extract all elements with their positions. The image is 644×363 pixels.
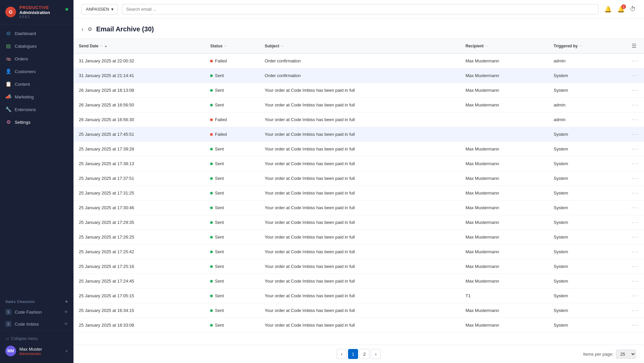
- sidebar-item-orders[interactable]: 🛍Orders: [0, 52, 73, 65]
- row-more-button[interactable]: ···: [632, 278, 639, 285]
- add-channel-icon[interactable]: +: [65, 299, 68, 305]
- cell-recipient: Max Mustermann: [460, 259, 548, 274]
- cell-status: Sent: [205, 245, 259, 259]
- row-more-button[interactable]: ···: [632, 175, 639, 182]
- notification-icon[interactable]: 🔔 1: [617, 6, 625, 13]
- table-row[interactable]: 25 January 2025 at 17:37:51 Sent Your or…: [73, 171, 644, 186]
- cell-triggered-by: System: [548, 142, 626, 156]
- email-archive-table: Send Date ··· ▲ Status ···: [73, 39, 644, 333]
- send-date-options[interactable]: ···: [100, 44, 103, 48]
- row-more-button[interactable]: ···: [632, 57, 639, 64]
- next-arrow-icon: ›: [375, 351, 377, 357]
- row-more-button[interactable]: ···: [632, 87, 639, 94]
- sidebar-item-settings[interactable]: ⚙Settings: [0, 116, 73, 128]
- channel-visibility-icon[interactable]: 👁: [64, 322, 68, 326]
- table-row[interactable]: 25 January 2025 at 17:45:51 Failed Your …: [73, 127, 644, 142]
- table-row[interactable]: 25 January 2025 at 17:25:42 Sent Your or…: [73, 245, 644, 259]
- row-more-button[interactable]: ···: [632, 204, 639, 211]
- cell-recipient: Max Mustermann: [460, 303, 548, 318]
- channel-code-imbiss[interactable]: SCode Imbiss👁: [0, 318, 73, 330]
- table-row[interactable]: 26 January 2025 at 16:56:50 Sent Your or…: [73, 98, 644, 112]
- cell-subject: Your order at Code Imbiss has been paid …: [260, 127, 460, 142]
- table-row[interactable]: 31 January 2025 at 22:00:32 Failed Order…: [73, 53, 644, 68]
- table-row[interactable]: 25 January 2025 at 17:26:25 Sent Your or…: [73, 230, 644, 245]
- collapse-menu-button[interactable]: ◁ Collapse menu: [5, 334, 68, 343]
- search-input[interactable]: [122, 4, 599, 14]
- channel-code-fashion[interactable]: SCode Fashion👁: [0, 306, 73, 318]
- cell-actions: ···: [626, 303, 644, 318]
- row-more-button[interactable]: ···: [632, 101, 639, 108]
- sidebar-item-dashboard[interactable]: ⊙Dashboard: [0, 27, 73, 40]
- table-row[interactable]: 25 January 2025 at 17:31:25 Sent Your or…: [73, 186, 644, 201]
- search-icon-button[interactable]: 🔔: [603, 4, 613, 15]
- prev-arrow-icon: ‹: [341, 351, 343, 357]
- user-area[interactable]: MM Max Muster Administrator ∧: [5, 343, 68, 359]
- page-2-button[interactable]: 2: [359, 349, 369, 359]
- row-more-button[interactable]: ···: [632, 322, 639, 329]
- table-row[interactable]: 25 January 2025 at 17:30:46 Sent Your or…: [73, 201, 644, 215]
- row-more-button[interactable]: ···: [632, 72, 639, 79]
- anpassen-button[interactable]: ANPASSEN ▾: [82, 4, 118, 14]
- settings-icon-button[interactable]: ⚙: [88, 26, 92, 32]
- row-more-button[interactable]: ···: [632, 263, 639, 270]
- table-row[interactable]: 25 January 2025 at 17:24:45 Sent Your or…: [73, 274, 644, 289]
- prev-page-button[interactable]: ‹: [337, 349, 347, 359]
- sidebar-item-extensions[interactable]: 🔧Extensions: [0, 103, 73, 116]
- sidebar-item-catalogues[interactable]: ▤Catalogues: [0, 40, 73, 52]
- cell-send-date: 26 January 2025 at 16:56:50: [73, 98, 205, 112]
- cell-send-date: 25 January 2025 at 16:34:15: [73, 303, 205, 318]
- row-more-button[interactable]: ···: [632, 190, 639, 197]
- cell-send-date: 25 January 2025 at 17:31:25: [73, 186, 205, 201]
- table-row[interactable]: 25 January 2025 at 17:25:16 Sent Your or…: [73, 259, 644, 274]
- row-more-button[interactable]: ···: [632, 292, 639, 299]
- row-more-button[interactable]: ···: [632, 116, 639, 123]
- table-row[interactable]: 31 January 2025 at 21:14:41 Sent Order c…: [73, 68, 644, 83]
- page-title: Email Archive (30): [96, 25, 154, 33]
- column-toggle-button[interactable]: ☰: [632, 43, 636, 49]
- row-more-button[interactable]: ···: [632, 145, 639, 152]
- status-text: Sent: [215, 161, 224, 166]
- channel-visibility-icon[interactable]: 👁: [64, 310, 68, 314]
- status-text: Sent: [215, 191, 224, 196]
- triggered-options[interactable]: ···: [579, 44, 582, 48]
- table-row[interactable]: 25 January 2025 at 17:05:15 Sent Your or…: [73, 289, 644, 303]
- table-row[interactable]: 25 January 2025 at 17:39:28 Sent Your or…: [73, 142, 644, 156]
- cell-triggered-by: admin: [548, 53, 626, 68]
- recipient-options[interactable]: ···: [485, 44, 488, 48]
- cell-recipient: Max Mustermann: [460, 98, 548, 112]
- row-more-button[interactable]: ···: [632, 160, 639, 167]
- back-button[interactable]: ‹: [82, 26, 84, 33]
- status-options[interactable]: ···: [224, 44, 227, 48]
- sidebar-item-customers[interactable]: 👤Customers: [0, 65, 73, 78]
- status-text: Sent: [215, 235, 224, 240]
- table-row[interactable]: 26 January 2025 at 16:56:30 Failed Your …: [73, 112, 644, 127]
- table-row[interactable]: 25 January 2025 at 17:38:13 Sent Your or…: [73, 156, 644, 171]
- row-more-button[interactable]: ···: [632, 219, 639, 226]
- row-more-button[interactable]: ···: [632, 307, 639, 314]
- cell-actions: ···: [626, 53, 644, 68]
- status-dot: [210, 118, 213, 121]
- subject-options[interactable]: ···: [281, 44, 284, 48]
- per-page-select[interactable]: 25 50 100: [616, 350, 636, 359]
- row-more-button[interactable]: ···: [632, 248, 639, 255]
- cell-actions: ···: [626, 230, 644, 245]
- cell-subject: Your order at Code Imbiss has been paid …: [260, 112, 460, 127]
- table-row[interactable]: 26 January 2025 at 18:13:08 Sent Your or…: [73, 83, 644, 98]
- table-row[interactable]: 25 January 2025 at 16:33:08 Sent Your or…: [73, 318, 644, 333]
- sort-arrow-icon[interactable]: ▲: [104, 44, 108, 48]
- cell-actions: ···: [626, 127, 644, 142]
- cell-triggered-by: System: [548, 186, 626, 201]
- status-text: Sent: [215, 73, 224, 78]
- row-more-button[interactable]: ···: [632, 131, 639, 138]
- clock-icon[interactable]: ⏱: [630, 6, 636, 13]
- next-page-button[interactable]: ›: [371, 349, 381, 359]
- row-more-button[interactable]: ···: [632, 234, 639, 241]
- sidebar-item-marketing[interactable]: 📣Marketing: [0, 90, 73, 103]
- sidebar-item-content[interactable]: 📋Content: [0, 78, 73, 90]
- cell-subject: Your order at Code Imbiss has been paid …: [260, 303, 460, 318]
- cell-recipient: T1: [460, 289, 548, 303]
- page-1-button[interactable]: 1: [348, 349, 358, 359]
- table-row[interactable]: 25 January 2025 at 17:29:35 Sent Your or…: [73, 215, 644, 230]
- table-row[interactable]: 25 January 2025 at 16:34:15 Sent Your or…: [73, 303, 644, 318]
- cell-recipient: Max Mustermann: [460, 142, 548, 156]
